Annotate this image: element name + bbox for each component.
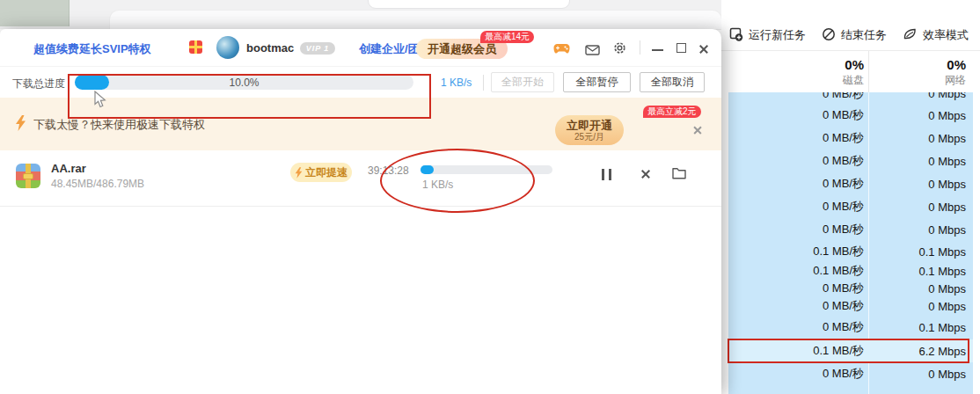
boost-label: 立即提速 (305, 165, 347, 180)
download-manager-window: 超值续费延长SVIP特权 bootmac VIP 1 创建企业/团队 开通超级会… (0, 29, 721, 394)
efficiency-mode-label: 效率模式 (923, 27, 969, 43)
avatar[interactable] (216, 36, 239, 59)
network-value: 0 Mbps (868, 368, 973, 381)
screen: 运行新任务 结束任务 效率模式 0% 磁盘 0% 网络 (0, 0, 980, 394)
window-header: 超值续费延长SVIP特权 bootmac VIP 1 创建企业/团队 开通超级会… (0, 29, 721, 67)
network-value: 0.1 Mbps (868, 245, 973, 259)
open-now-price: 25元/月 (574, 132, 604, 142)
disk-value: 0 MB/秒 (728, 366, 868, 382)
disk-value: 0 MB/秒 (728, 176, 868, 192)
run-new-task-icon (729, 27, 743, 44)
network-value: 0 Mbps (868, 300, 973, 313)
network-value: 0.1 Mbps (868, 265, 973, 278)
network-value: 0 Mbps (868, 155, 973, 168)
column-header-network[interactable]: 0% 网络 (868, 53, 973, 92)
disk-label: 磁盘 (843, 73, 864, 87)
disk-value: 0 MB/秒 (728, 298, 868, 314)
disk-value: 0.1 MB/秒 (728, 263, 868, 279)
table-row[interactable]: 0.1 MB/秒 0.1 Mbps (728, 262, 973, 280)
background-search-pill (368, 0, 570, 9)
disk-value: 0.1 MB/秒 (728, 244, 868, 259)
table-row[interactable]: 0 MB/秒 0 Mbps (728, 297, 973, 315)
gear-icon[interactable] (613, 41, 626, 58)
gamepad-icon[interactable] (553, 42, 570, 58)
banner-close-icon[interactable] (692, 125, 702, 135)
disk-value: 0 MB/秒 (728, 92, 868, 102)
end-task-icon (822, 27, 836, 44)
table-row[interactable]: 0 MB/秒 0.1 Mbps (728, 315, 973, 339)
rar-file-icon (16, 164, 40, 188)
taskmgr-rows: 0 MB/秒 0 Mbps 0 MB/秒 0 Mbps 0 MB/秒 0 Mbp… (728, 92, 973, 394)
table-row[interactable]: 0 MB/秒 0 Mbps (728, 280, 973, 297)
toolbar-divider (721, 50, 980, 51)
banner-text: 下载太慢？快来使用极速下载特权 (33, 117, 205, 133)
network-value: 0 Mbps (868, 282, 973, 296)
open-now-title: 立即开通 (567, 119, 612, 132)
progress-separator (483, 75, 484, 91)
pause-all-button[interactable]: 全部暂停 (563, 72, 631, 92)
table-row[interactable]: 0.1 MB/秒 6.2 Mbps (728, 339, 973, 362)
total-progress-bar[interactable]: 10.0% (75, 75, 413, 90)
cancel-icon[interactable] (640, 169, 651, 179)
background-window-fragment (0, 0, 69, 26)
run-new-task-button[interactable]: 运行新任务 (721, 27, 814, 44)
file-name: AA.rar (51, 162, 86, 175)
disk-percent: 0% (845, 56, 864, 73)
network-value: 6.2 Mbps (868, 345, 973, 358)
disk-value: 0 MB/秒 (728, 107, 868, 123)
end-task-button[interactable]: 结束任务 (814, 27, 895, 44)
item-progress-fill (421, 165, 434, 174)
item-progress-bar (421, 165, 552, 174)
mail-icon[interactable] (585, 43, 600, 59)
total-progress-label: 下载总进度 (12, 77, 65, 91)
table-row[interactable]: 0 MB/秒 0 Mbps (728, 195, 973, 218)
network-value: 0 Mbps (868, 223, 973, 237)
time-remaining: 39:13:28 (368, 164, 409, 177)
disk-value: 0.1 MB/秒 (728, 343, 868, 359)
network-value: 0 Mbps (868, 132, 973, 145)
table-row[interactable]: 0 MB/秒 0 Mbps (728, 127, 973, 150)
vip-badge: VIP 1 (300, 42, 335, 55)
svip-renew-link[interactable]: 超值续费延长SVIP特权 (33, 41, 151, 57)
minimize-icon[interactable] (652, 49, 663, 51)
discount-badge: 最高减14元 (480, 31, 534, 43)
column-divider (868, 51, 869, 92)
run-new-task-label: 运行新任务 (749, 27, 806, 43)
table-row[interactable]: 0.1 MB/秒 0.1 Mbps (728, 241, 973, 262)
table-row[interactable]: 0 MB/秒 0 Mbps (728, 92, 973, 104)
folder-icon[interactable] (672, 167, 686, 183)
download-item-row[interactable]: AA.rar 48.45MB/486.79MB 立即提速 39:13:28 1 … (0, 150, 721, 207)
maximize-icon[interactable] (676, 43, 686, 53)
disk-value: 0 MB/秒 (728, 199, 868, 215)
end-task-label: 结束任务 (841, 27, 887, 43)
gift-icon[interactable] (189, 40, 202, 54)
table-row[interactable]: 0 MB/秒 0 Mbps (728, 150, 973, 172)
header-separator (640, 40, 640, 55)
start-all-button[interactable]: 全部开始 (491, 72, 554, 92)
network-value: 0 Mbps (868, 201, 973, 214)
cancel-all-button[interactable]: 全部取消 (640, 72, 705, 92)
disk-value: 0 MB/秒 (728, 281, 868, 296)
username[interactable]: bootmac (246, 41, 294, 55)
open-now-button[interactable]: 立即开通 25元/月 (555, 115, 624, 145)
boost-button[interactable]: 立即提速 (290, 163, 352, 182)
disk-value: 0 MB/秒 (728, 130, 868, 146)
mouse-cursor (94, 91, 109, 112)
network-label: 网络 (945, 73, 966, 87)
item-speed: 1 KB/s (422, 179, 453, 191)
network-value: 0.1 Mbps (868, 321, 973, 334)
taskmgr-column-headers: 0% 磁盘 0% 网络 (721, 53, 980, 92)
pause-icon[interactable] (602, 169, 611, 180)
efficiency-mode-button[interactable]: 效率模式 (895, 27, 976, 43)
network-value: 0 Mbps (868, 109, 973, 122)
table-row[interactable]: 0 MB/秒 0 Mbps (728, 362, 973, 385)
lightning-icon (295, 167, 303, 179)
table-row[interactable]: 0 MB/秒 0 Mbps (728, 172, 973, 195)
total-speed: 1 KB/s (441, 77, 472, 89)
table-row[interactable]: 0 MB/秒 0 Mbps (728, 104, 973, 127)
column-header-disk[interactable]: 0% 磁盘 (728, 53, 868, 92)
disk-value: 0 MB/秒 (728, 153, 868, 169)
table-row[interactable]: 0 MB/秒 0 Mbps (728, 218, 973, 241)
close-icon[interactable] (698, 44, 709, 55)
disk-value: 0 MB/秒 (728, 222, 868, 237)
